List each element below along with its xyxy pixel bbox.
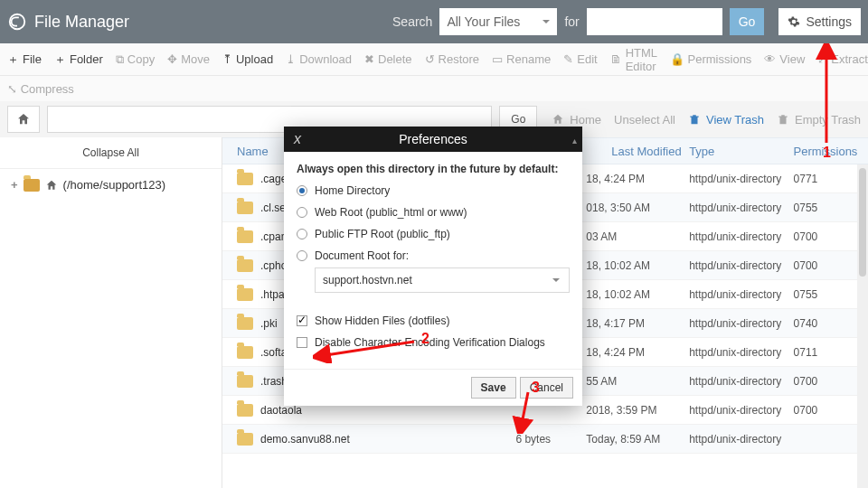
file-modified: 55 AM: [575, 375, 689, 388]
file-name: demo.sanvu88.net: [260, 433, 350, 446]
chk-disable-encoding[interactable]: Disable Character Encoding Verification …: [297, 336, 570, 349]
path-go-label: Go: [511, 113, 525, 126]
search-input[interactable]: [587, 8, 722, 35]
expand-icon: +: [11, 178, 18, 192]
tb-copy[interactable]: ⧉ Copy: [116, 52, 155, 67]
tb-download[interactable]: ⤓ Download: [286, 52, 352, 66]
app-title: File Manager: [34, 13, 129, 32]
crumb-view-trash[interactable]: View Trash: [688, 113, 764, 127]
tb-move[interactable]: ✥ Move: [167, 52, 210, 66]
radio-icon: [297, 207, 307, 218]
settings-button[interactable]: Settings: [778, 8, 861, 35]
tb-upload[interactable]: ⤒ Upload: [222, 52, 273, 66]
file-name: .pki: [260, 317, 278, 330]
folder-icon: [237, 433, 253, 446]
tb-compress[interactable]: ⤡ Compress: [7, 82, 74, 96]
tb-file[interactable]: ＋File: [7, 52, 42, 68]
folder-icon: [237, 375, 253, 388]
file-modified: 18, 4:17 PM: [575, 317, 689, 330]
radio-icon: [297, 229, 307, 239]
folder-icon: [24, 179, 40, 192]
chk-show-hidden[interactable]: Show Hidden Files (dotfiles): [297, 314, 570, 327]
preferences-modal: x Preferences ▴ Always open this directo…: [284, 127, 582, 406]
file-type: httpd/unix-directory: [689, 433, 793, 446]
scrollbar-thumb[interactable]: [859, 168, 866, 277]
opt-home-directory[interactable]: Home Directory: [297, 184, 570, 197]
home-button[interactable]: [7, 106, 40, 133]
scroll-up-icon[interactable]: ▴: [572, 136, 577, 145]
top-bar: File Manager Search All Your Files for G…: [0, 0, 868, 43]
collapse-all-button[interactable]: Collapse All: [0, 137, 222, 169]
file-modified: 18, 4:24 PM: [575, 346, 689, 359]
modal-title-bar[interactable]: x Preferences: [284, 127, 582, 152]
crumb-actions: Home Up One Level Reload Unselect All Vi…: [552, 113, 861, 127]
cpanel-icon: [7, 12, 27, 32]
tree-root-node[interactable]: + (/home/support123): [0, 169, 222, 201]
home-icon: [16, 112, 31, 127]
modal-close-button[interactable]: x: [284, 127, 311, 152]
save-button[interactable]: Save: [471, 377, 516, 399]
search-go-button[interactable]: Go: [730, 8, 765, 35]
home-icon: [552, 113, 564, 126]
go-label: Go: [739, 14, 756, 29]
tb-delete[interactable]: ✖ Delete: [364, 52, 412, 66]
settings-label: Settings: [806, 14, 852, 29]
home-icon: [45, 179, 58, 192]
file-type: httpd/unix-directory: [689, 404, 793, 417]
document-root-value: support.hostvn.net: [323, 274, 412, 286]
tb-html-editor[interactable]: 🗎 HTML Editor: [610, 46, 657, 73]
modal-body: ▴ Always open this directory in the futu…: [284, 152, 582, 369]
checkbox-icon: [297, 337, 307, 348]
file-type: httpd/unix-directory: [689, 288, 793, 301]
tb-extract[interactable]: ⤢ Extract: [817, 52, 867, 66]
modal-footer: Save Cancel: [284, 369, 582, 406]
file-type: httpd/unix-directory: [689, 202, 793, 214]
search-label: Search: [392, 14, 432, 29]
sidebar: Collapse All + (/home/support123): [0, 137, 222, 488]
file-modified: 18, 4:24 PM: [575, 173, 689, 185]
tree-root-label: (/home/support123): [63, 178, 165, 192]
tb-rename[interactable]: ▭ Rename: [492, 52, 551, 66]
file-modified: Today, 8:59 AM: [575, 433, 689, 446]
document-root-select[interactable]: support.hostvn.net: [315, 267, 570, 293]
opt-document-root[interactable]: Document Root for:: [297, 249, 570, 262]
file-type: httpd/unix-directory: [689, 346, 793, 359]
app-logo: File Manager: [7, 12, 129, 32]
crumb-unselect-all[interactable]: Unselect All: [614, 113, 675, 127]
file-type: httpd/unix-directory: [689, 230, 793, 243]
scrollbar[interactable]: [857, 164, 868, 488]
gear-icon: [788, 15, 800, 28]
th-permissions[interactable]: Permissions: [794, 145, 868, 158]
file-modified: 03 AM: [575, 230, 689, 243]
crumb-empty-trash[interactable]: Empty Trash: [777, 113, 861, 127]
tb-view[interactable]: 👁 View: [764, 52, 805, 66]
folder-icon: [237, 173, 253, 185]
opt-web-root[interactable]: Web Root (public_html or www): [297, 206, 570, 219]
folder-icon: [237, 259, 253, 272]
tb-folder[interactable]: ＋Folder: [54, 52, 103, 68]
trash-icon: [777, 113, 789, 126]
radio-icon: [297, 250, 307, 261]
tb-permissions[interactable]: 🔒 Permissions: [670, 52, 752, 66]
folder-icon: [237, 317, 253, 330]
tb-edit[interactable]: ✎ Edit: [563, 52, 597, 66]
folder-icon: [237, 202, 253, 214]
opt-ftp-root[interactable]: Public FTP Root (public_ftp): [297, 228, 570, 240]
search-scope-select[interactable]: All Your Files: [439, 8, 557, 35]
toolbar: ＋File ＋Folder ⧉ Copy ✥ Move ⤒ Upload ⤓ D…: [0, 43, 868, 76]
tb-restore[interactable]: ↺ Restore: [425, 52, 480, 66]
close-icon: x: [294, 127, 301, 152]
folder-icon: [237, 288, 253, 301]
modal-title: Preferences: [399, 132, 467, 146]
th-type[interactable]: Type: [689, 145, 793, 158]
toolbar-row2: ⤡ Compress: [0, 76, 868, 101]
cancel-button[interactable]: Cancel: [520, 377, 573, 399]
folder-icon: [237, 230, 253, 243]
th-modified[interactable]: Last Modified: [575, 145, 689, 158]
top-search: Search All Your Files for Go Settings: [392, 8, 861, 35]
checkbox-icon: [297, 315, 307, 326]
file-type: httpd/unix-directory: [689, 173, 793, 185]
table-row[interactable]: demo.sanvu88.net6 bytesToday, 8:59 AMhtt…: [222, 425, 868, 454]
file-modified: 018, 3:50 AM: [575, 202, 689, 214]
crumb-home[interactable]: Home: [552, 113, 601, 127]
